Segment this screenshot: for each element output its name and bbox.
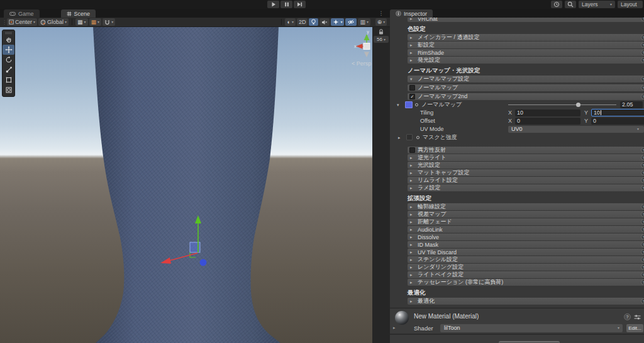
mask-texture-swatch[interactable] [406,134,413,140]
inspector-foldout-row[interactable]: ▸輪郭線設定? [408,203,644,210]
move-tool-button[interactable] [3,45,14,55]
offset-y-field[interactable]: 0 [591,118,644,125]
tab-game[interactable]: Game [4,9,40,18]
scale-tool-button[interactable] [3,65,14,75]
tab-inspector[interactable]: Inspector [390,9,433,18]
inspector-foldout-row[interactable]: ▸レンダリング設定? [408,264,644,271]
inspector-foldout-row[interactable]: 異方性反射? [408,147,644,154]
strength-slider-knob[interactable] [576,103,580,107]
help-icon[interactable]: ? [641,35,644,40]
collab-history-button[interactable] [551,1,562,8]
help-icon[interactable]: ? [624,313,631,320]
help-icon[interactable]: ? [641,50,644,55]
help-icon[interactable]: ? [641,18,644,21]
uv-mode-dropdown[interactable]: UV0▾ [508,126,644,133]
scene-viewport[interactable]: y x < Persp [0,27,372,343]
checkbox-unchecked[interactable] [409,85,415,91]
step-button[interactable] [294,1,306,8]
inspector-foldout-row[interactable]: ▸ライトベイク設定? [408,271,644,278]
inspector-foldout-row[interactable]: ▸Dissolve? [408,233,644,240]
inspector-foldout-row[interactable]: ▸光沢設定? [408,162,644,169]
2d-mode-button[interactable]: 2D [297,18,308,26]
handle-orientation-button[interactable]: Global ▾ [38,18,69,26]
help-icon[interactable]: ? [641,185,644,191]
help-icon[interactable]: ? [641,234,644,240]
checkbox-unchecked[interactable] [409,147,415,153]
shader-edit-button[interactable]: Edit... [626,324,643,332]
help-icon[interactable]: ? [641,42,644,48]
inspector-foldout-row[interactable]: ▸マットキャップ設定? [408,169,644,176]
camera-size-dropdown[interactable]: 56 ▾ [374,36,389,43]
help-icon[interactable]: ? [641,76,644,82]
denim-mesh-object[interactable] [0,27,372,343]
help-icon[interactable]: ? [641,204,644,210]
scene-effects-button[interactable]: ▾ [331,18,344,26]
inspector-foldout-row[interactable]: ▸ラメ設定? [408,184,644,191]
overflow-menu-icon[interactable]: ⋮ [379,10,384,16]
transform-tool-button[interactable] [3,85,14,95]
inspector-foldout-row[interactable]: ▸ステンシル設定? [408,256,644,263]
inspector-foldout-row[interactable]: ▸リムライト設定? [408,177,644,184]
orientation-gizmo[interactable]: y x [351,29,372,60]
checkbox-checked[interactable]: ✓ [409,94,415,99]
help-icon[interactable]: ? [641,257,644,262]
rect-tool-button[interactable] [3,75,14,85]
pivot-mode-button[interactable]: Center ▾ [7,18,37,26]
layers-dropdown[interactable]: Layers ▾ [579,1,615,8]
pause-button[interactable] [280,1,292,8]
gizmo-center-cube[interactable] [364,43,370,50]
scene-lighting-toggle[interactable] [309,18,318,26]
inspector-foldout-row[interactable]: ▸ID Mask? [408,241,644,248]
scene-audio-toggle[interactable] [319,18,330,26]
gizmo-y-cone[interactable] [364,34,370,40]
offset-x-field[interactable]: 0 [515,118,580,125]
help-icon[interactable]: ? [641,249,644,255]
grid-snap-button[interactable]: ▦ ▾ [75,18,88,26]
inspector-foldout-row[interactable]: ▸AudioLink? [408,226,644,233]
help-icon[interactable]: ? [641,177,644,183]
z-axis-handle[interactable] [200,259,207,266]
rotate-tool-button[interactable] [3,55,14,65]
presets-icon[interactable] [634,314,641,320]
increment-snap-button[interactable]: ▦ ▾ [89,18,102,26]
tiling-y-field[interactable]: 10 [591,109,644,116]
inspector-foldout-row[interactable]: ▸メインカラー / 透過設定? [408,34,644,41]
inspector-foldout-row[interactable]: ▸RimShade? [408,49,644,56]
help-icon[interactable]: ? [641,85,644,91]
inspector-foldout-row[interactable]: ▸発光設定? [408,57,644,64]
help-icon[interactable]: ? [641,155,644,160]
material-foldout-icon[interactable]: ▸ [393,325,396,330]
texture-picker-icon[interactable] [415,103,418,106]
help-icon[interactable]: ? [641,170,644,176]
inspector-foldout-row[interactable]: ▾ノーマルマップ設定? [408,76,644,82]
inspector-foldout-row[interactable]: ▸最適化? [408,298,644,305]
help-icon[interactable]: ? [641,227,644,232]
foldout-open-icon[interactable]: ▾ [397,101,399,108]
texture-picker-icon[interactable] [416,136,419,139]
inspector-foldout-row[interactable]: ▸VRChat? [408,18,644,22]
move-gizmo[interactable] [157,213,210,269]
strength-value-field[interactable]: 2.05 [620,101,643,108]
help-icon[interactable]: ? [641,242,644,247]
help-icon[interactable]: ? [641,264,644,270]
inspector-foldout-row[interactable]: ▸テッセレーション (非常に高負荷)? [408,279,644,286]
gizmo-down-cone[interactable] [364,52,369,58]
search-button[interactable] [565,1,576,8]
help-icon[interactable]: ? [641,162,644,168]
foldout-closed-icon[interactable]: ▸ [398,134,401,141]
help-icon[interactable]: ? [641,94,644,99]
layout-dropdown[interactable]: Layout [618,1,643,8]
scene-visibility-toggle[interactable] [345,18,357,26]
tiling-x-field[interactable]: 10 [515,110,580,116]
help-icon[interactable]: ? [641,298,644,304]
scene-camera-button[interactable]: ▥ ▾ [358,18,370,26]
view-hand-tool-button[interactable] [3,35,14,45]
help-icon[interactable]: ? [641,57,644,63]
tab-scene[interactable]: Scene [61,9,96,18]
normalmap-texture-swatch[interactable] [405,101,413,108]
help-icon[interactable]: ? [641,279,644,285]
shading-mode-button[interactable]: ◐ ▾ [285,18,295,26]
inspector-foldout-row[interactable]: ▸距離フェード? [408,218,644,225]
help-icon[interactable]: ? [641,147,644,153]
gizmo-x-cone[interactable] [356,44,363,49]
